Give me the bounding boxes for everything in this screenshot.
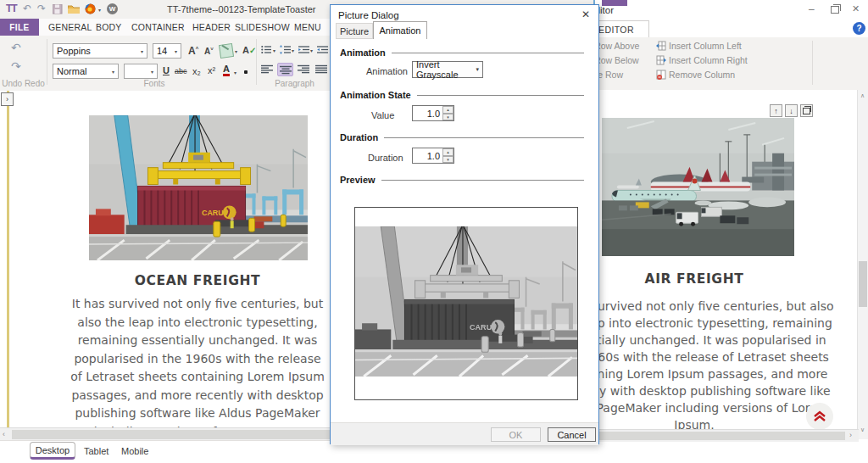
section-header-animation: Animation xyxy=(340,47,591,58)
save-icon[interactable] xyxy=(53,4,63,14)
help-icon[interactable]: ? xyxy=(853,22,865,35)
air-freight-image[interactable] xyxy=(602,118,794,256)
redo-icon[interactable]: ↷ xyxy=(37,3,46,14)
open-folder-icon[interactable] xyxy=(68,4,80,14)
font-color-icon[interactable]: A xyxy=(223,64,230,76)
chevron-down-icon: ▾ xyxy=(175,48,177,54)
align-justify-icon[interactable] xyxy=(314,63,328,75)
duration-stepper-value: 1.0 xyxy=(427,151,440,161)
chevron-down-icon: ▾ xyxy=(141,48,143,54)
minimize-icon[interactable]: – xyxy=(809,3,815,15)
tab-file[interactable]: FILE xyxy=(0,19,39,36)
editor-horizontal-scrollbar-thumb[interactable] xyxy=(597,432,845,440)
section-header-duration: Duration xyxy=(340,132,591,142)
air-freight-paragraph[interactable]: It has survived not only five centuries,… xyxy=(597,298,834,429)
dialog-tab-animation[interactable]: Animation xyxy=(373,21,427,39)
ok-button[interactable]: OK xyxy=(491,427,541,442)
align-left-icon[interactable] xyxy=(259,63,274,75)
grow-font-icon[interactable]: A˄ xyxy=(188,45,198,57)
device-tab-desktop[interactable]: Desktop xyxy=(30,442,75,460)
divider xyxy=(47,39,47,85)
move-down-button[interactable]: ↓ xyxy=(785,104,798,117)
font-family-value: Poppins xyxy=(57,46,91,56)
picture-dialog: Picture Dialog ✕ Picture Animation Anima… xyxy=(330,4,599,444)
tab-container[interactable]: CONTAINER xyxy=(131,22,185,32)
editor-canvas[interactable]: ↑ ↓ AIR FREIGHT It has survived not only… xyxy=(597,90,859,429)
close-icon[interactable]: ✕ xyxy=(852,3,860,14)
scroll-left-icon[interactable]: ‹ xyxy=(3,430,5,438)
wordpress-icon[interactable]: W xyxy=(107,3,118,14)
value-stepper[interactable]: 1.0 ▴▾ xyxy=(412,105,454,121)
indent-decrease-icon[interactable] xyxy=(298,45,309,54)
preview-dropdown-icon[interactable]: ▾ xyxy=(98,7,101,13)
vertical-scrollbar[interactable]: ∧ ∨ xyxy=(857,90,868,439)
font-size-select[interactable]: 14 ▾ xyxy=(153,43,181,59)
editor-horizontal-scrollbar[interactable]: › xyxy=(597,429,859,442)
cancel-button[interactable]: Cancel xyxy=(548,427,596,442)
close-icon[interactable]: ✕ xyxy=(581,8,590,20)
air-freight-heading[interactable]: AIR FREIGHT xyxy=(597,271,830,287)
expand-panel-button[interactable]: › xyxy=(1,92,14,106)
shrink-font-icon[interactable]: A˅ xyxy=(204,47,214,56)
spin-up-icon[interactable]: ▴ xyxy=(442,106,453,114)
scroll-to-top-button[interactable] xyxy=(806,403,833,429)
animation-select-value: Invert Grayscale xyxy=(416,59,476,80)
ocean-freight-heading[interactable]: OCEAN FREIGHT xyxy=(75,273,320,288)
paragraph-style-select[interactable]: Normal ▾ xyxy=(53,64,119,79)
underline-icon[interactable]: U xyxy=(163,65,170,75)
move-up-button[interactable]: ↑ xyxy=(770,104,782,117)
svg-text:CARU: CARU xyxy=(202,209,224,217)
device-tab-tablet[interactable]: Tablet xyxy=(84,446,108,456)
duration-stepper[interactable]: 1.0 ▴▾ xyxy=(412,148,454,164)
ocean-freight-image[interactable]: CARU xyxy=(89,115,308,260)
strikethrough-icon[interactable]: abc xyxy=(175,67,187,75)
browser-preview-icon[interactable] xyxy=(85,3,96,14)
insert-column-right-button[interactable]: Insert Column Right xyxy=(656,55,748,65)
vertical-scrollbar-thumb[interactable] xyxy=(859,261,867,307)
undo-button[interactable]: ↶ xyxy=(11,41,21,54)
chevron-down-icon[interactable]: ▾ xyxy=(292,47,294,53)
redo-button[interactable]: ↷ xyxy=(11,59,21,73)
scroll-right-icon[interactable]: › xyxy=(849,431,852,439)
animation-select[interactable]: Invert Grayscale ▾ xyxy=(412,61,483,78)
remove-column-button[interactable]: Remove Column xyxy=(656,70,735,80)
section-header-animation-state: Animation State xyxy=(340,90,591,100)
spin-down-icon[interactable]: ▾ xyxy=(442,156,453,164)
scroll-up-icon[interactable]: ∧ xyxy=(860,92,865,99)
chevron-down-icon[interactable]: ▾ xyxy=(234,70,236,75)
align-right-icon[interactable] xyxy=(296,63,310,75)
secondary-font-select[interactable]: ▾ xyxy=(124,64,158,79)
spin-up-icon[interactable]: ▴ xyxy=(442,148,453,156)
device-tab-mobile[interactable]: Mobile xyxy=(121,446,148,456)
chevron-down-icon[interactable]: ▾ xyxy=(310,47,313,53)
superscript-icon[interactable]: x² xyxy=(208,65,215,75)
tab-general[interactable]: GENERAL xyxy=(48,22,92,32)
tab-menu[interactable]: MENU xyxy=(294,22,321,32)
svg-text:CARU: CARU xyxy=(470,323,492,332)
font-family-select[interactable]: Poppins ▾ xyxy=(53,43,147,59)
ocean-freight-paragraph[interactable]: It has survived not only five centuries,… xyxy=(70,295,325,441)
dialog-tab-picture[interactable]: Picture xyxy=(336,23,373,39)
tab-header[interactable]: HEADER xyxy=(192,22,231,32)
app-window: TT ↶ ↷ ▾ W TT-7theme--00123-TemplateToas… xyxy=(0,0,868,463)
undo-icon[interactable]: ↶ xyxy=(23,3,31,14)
chevron-down-icon[interactable]: ▾ xyxy=(235,48,237,54)
command-label: Insert Column Right xyxy=(669,55,748,65)
subscript-icon[interactable]: x₂ xyxy=(192,66,201,76)
spellcheck-icon[interactable]: A✓ xyxy=(242,45,256,55)
line-spacing-icon[interactable] xyxy=(280,45,291,54)
spin-down-icon[interactable]: ▾ xyxy=(442,114,453,121)
chevron-down-icon[interactable]: ▾ xyxy=(273,47,275,53)
tab-body[interactable]: BODY xyxy=(96,22,122,32)
restore-icon[interactable] xyxy=(831,6,839,14)
align-center-icon[interactable] xyxy=(277,63,293,76)
divider xyxy=(812,41,813,85)
bullet-list-icon[interactable] xyxy=(261,45,272,54)
duplicate-button[interactable] xyxy=(800,104,813,117)
insert-column-left-button[interactable]: Insert Column Left xyxy=(656,41,742,51)
style-set-icon[interactable] xyxy=(219,43,234,59)
scroll-down-icon[interactable]: ∨ xyxy=(860,427,865,433)
tab-slideshow[interactable]: SLIDESHOW xyxy=(235,22,290,32)
highlight-icon[interactable] xyxy=(243,65,248,75)
indent-increase-icon[interactable] xyxy=(317,45,328,54)
